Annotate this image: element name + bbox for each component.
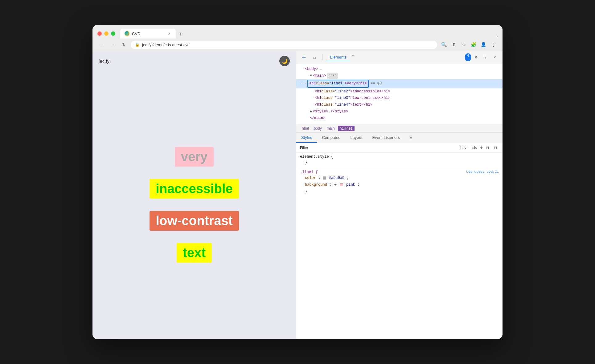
word-low-contrast: low-contrast bbox=[150, 211, 239, 231]
filter-input[interactable]: Filter bbox=[300, 146, 455, 150]
tab-computed[interactable]: Computed bbox=[317, 133, 345, 143]
tab-styles[interactable]: Styles bbox=[296, 133, 317, 143]
line1-rule-close: } bbox=[300, 188, 499, 195]
demo-content: very inaccessible low-contrast text bbox=[92, 71, 296, 339]
webpage-header: jec.fyi 🌙 bbox=[92, 51, 296, 71]
tab-more[interactable]: » bbox=[405, 133, 417, 143]
refresh-button[interactable]: ↻ bbox=[120, 40, 128, 49]
browser-tab[interactable]: 🌐 CVD ✕ bbox=[120, 29, 176, 38]
dom-eq: == $0 bbox=[371, 80, 382, 87]
extensions-icon[interactable]: 🧩 bbox=[469, 40, 478, 49]
background-triangle[interactable] bbox=[334, 184, 337, 186]
element-style-selector: element.style { bbox=[300, 155, 499, 159]
selected-element-box: <h1 class="line1">very</h1> bbox=[307, 80, 369, 88]
line1-rule: .line1 { cds-quest-cvd:11 color : #a9a9a… bbox=[296, 168, 503, 197]
tab-close-button[interactable]: ✕ bbox=[166, 31, 171, 36]
breadcrumb-html[interactable]: html bbox=[300, 126, 311, 131]
bookmark-icon[interactable]: ☆ bbox=[459, 40, 468, 49]
element-style-rule: element.style { } bbox=[296, 153, 503, 168]
tab-elements[interactable]: Elements bbox=[326, 54, 350, 61]
dom-h1-line3[interactable]: <h1 class="line3">low-contrast</h1> bbox=[300, 95, 499, 102]
dom-style-line[interactable]: ▶ <style>…</style> bbox=[300, 108, 499, 115]
back-button[interactable]: ← bbox=[97, 40, 106, 49]
tab-layout[interactable]: Layout bbox=[345, 133, 367, 143]
device-icon[interactable]: ☐ bbox=[310, 53, 318, 61]
breadcrumb-body[interactable]: body bbox=[312, 126, 324, 131]
breadcrumb-h1-line1[interactable]: h1.line1 bbox=[338, 126, 355, 131]
filter-actions: :hov .cls + ⊡ ⊟ bbox=[458, 145, 499, 151]
webpage-panel: jec.fyi 🌙 very inaccessible low-contrast… bbox=[92, 51, 296, 339]
site-name: jec.fyi bbox=[99, 59, 110, 64]
dom-tree: <body> … ▼ <main> grid ··· <h1 class="li… bbox=[296, 63, 503, 124]
dom-main-line[interactable]: ▼ <main> grid bbox=[300, 73, 499, 79]
new-tab-button[interactable]: + bbox=[176, 30, 185, 38]
devtools-actions: 4 ⚙ ⋮ ✕ bbox=[465, 53, 499, 61]
css-source-link[interactable]: cds-quest-cvd:11 bbox=[466, 170, 499, 174]
styles-panel: Styles Computed Layout Event Listeners »… bbox=[296, 133, 503, 339]
dom-h1-line1[interactable]: ··· <h1 class="line1">very</h1> == $0 bbox=[296, 79, 503, 88]
tab-label: CVD bbox=[132, 31, 164, 36]
sidebar-toggle-button[interactable]: ⊟ bbox=[492, 145, 499, 151]
lock-icon: 🔒 bbox=[135, 42, 140, 47]
element-style-close: } bbox=[300, 160, 499, 166]
dom-main-close-line[interactable]: </main> bbox=[300, 115, 499, 122]
search-icon[interactable]: 🔍 bbox=[440, 40, 448, 49]
traffic-lights bbox=[97, 31, 115, 36]
menu-icon[interactable]: ⋮ bbox=[489, 40, 498, 49]
more-options-icon[interactable]: ⋮ bbox=[482, 53, 490, 61]
word-very: very bbox=[175, 147, 214, 167]
close-button[interactable] bbox=[97, 31, 102, 36]
separator bbox=[322, 54, 322, 60]
dom-body-line[interactable]: <body> … bbox=[300, 66, 499, 73]
devtools-panel: ⊹ ☐ Elements » 4 ⚙ ⋮ ✕ <body> bbox=[296, 51, 503, 339]
hov-button[interactable]: :hov bbox=[458, 145, 468, 151]
title-bar: 🌐 CVD ✕ + › bbox=[92, 25, 503, 38]
dom-dots: ··· bbox=[300, 81, 306, 87]
word-inaccessible: inaccessible bbox=[150, 179, 239, 199]
dom-h1-line2[interactable]: <h1 class="line2">inaccessible</h1> bbox=[300, 88, 499, 95]
word-text: text bbox=[177, 243, 212, 263]
cls-button[interactable]: .cls bbox=[470, 145, 479, 151]
background-prop: background : pink ; bbox=[300, 182, 499, 188]
maximize-button[interactable] bbox=[111, 31, 115, 36]
url-bar[interactable]: 🔒 jec.fyi/demo/cds-quest-cvd bbox=[131, 41, 437, 49]
devtools-tabs: Elements » bbox=[326, 54, 462, 61]
tab-favicon: 🌐 bbox=[125, 31, 129, 36]
styles-tabs: Styles Computed Layout Event Listeners » bbox=[296, 133, 503, 143]
forward-button[interactable]: → bbox=[109, 40, 117, 49]
color-swatch[interactable] bbox=[323, 176, 326, 180]
browser-window: 🌐 CVD ✕ + › ← → ↻ 🔒 jec.fyi/demo/cds-que… bbox=[92, 25, 503, 339]
notifications-badge[interactable]: 4 bbox=[465, 53, 471, 61]
inspect-icon[interactable]: ⊹ bbox=[300, 53, 308, 61]
tab-event-listeners[interactable]: Event Listeners bbox=[367, 133, 405, 143]
copy-style-button[interactable]: ⊡ bbox=[484, 145, 491, 151]
close-devtools-button[interactable]: ✕ bbox=[491, 53, 499, 61]
background-swatch[interactable] bbox=[340, 183, 343, 186]
devtools-toolbar: ⊹ ☐ Elements » 4 ⚙ ⋮ ✕ bbox=[296, 51, 503, 63]
title-bar-top: 🌐 CVD ✕ + › bbox=[97, 29, 498, 38]
share-icon[interactable]: ⬆ bbox=[449, 40, 458, 49]
add-style-button[interactable]: + bbox=[480, 145, 483, 151]
settings-icon[interactable]: ⚙ bbox=[472, 53, 480, 61]
breadcrumb-bar: html body main h1.line1 bbox=[296, 124, 503, 133]
filter-bar: Filter :hov .cls + ⊡ ⊟ bbox=[296, 143, 503, 153]
profile-icon[interactable]: 👤 bbox=[479, 40, 488, 49]
address-actions: 🔍 ⬆ ☆ 🧩 👤 ⋮ bbox=[440, 40, 498, 49]
minimize-button[interactable] bbox=[104, 31, 109, 36]
address-bar: ← → ↻ 🔒 jec.fyi/demo/cds-quest-cvd 🔍 ⬆ ☆… bbox=[92, 38, 503, 51]
browser-content: jec.fyi 🌙 very inaccessible low-contrast… bbox=[92, 51, 503, 339]
tab-more-button[interactable]: › bbox=[496, 34, 498, 38]
tabs-row: 🌐 CVD ✕ + › bbox=[120, 29, 498, 38]
line1-selector: .line1 { cds-quest-cvd:11 bbox=[300, 170, 499, 174]
breadcrumb-main[interactable]: main bbox=[325, 126, 337, 131]
color-prop: color : #a9a9a9 ; bbox=[300, 175, 499, 182]
dark-mode-button[interactable]: 🌙 bbox=[279, 56, 290, 66]
url-text: jec.fyi/demo/cds-quest-cvd bbox=[142, 42, 433, 47]
more-tabs-icon[interactable]: » bbox=[351, 54, 354, 61]
dom-h1-line4[interactable]: <h1 class="line4">text</h1> bbox=[300, 102, 499, 108]
